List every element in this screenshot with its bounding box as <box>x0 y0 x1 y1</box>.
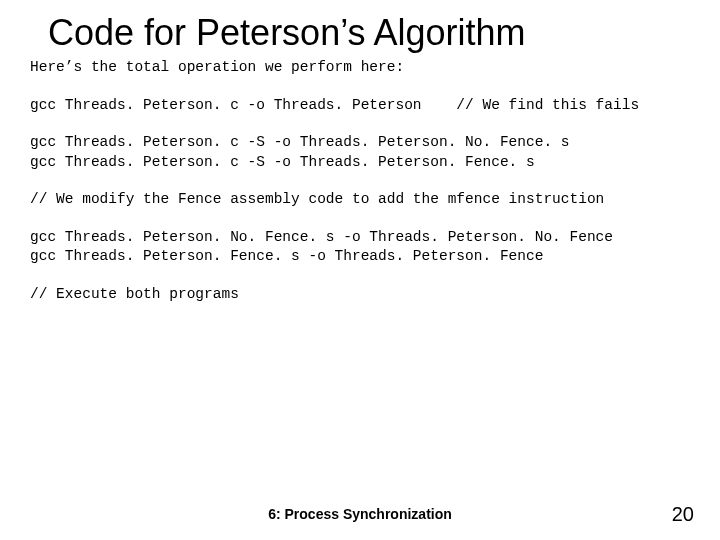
code-line: Here’s the total operation we perform he… <box>30 58 690 78</box>
code-line: gcc Threads. Peterson. c -S -o Threads. … <box>30 153 690 173</box>
blank-line <box>30 210 690 228</box>
code-line: // We modify the Fence assembly code to … <box>30 190 690 210</box>
code-line: gcc Threads. Peterson. Fence. s -o Threa… <box>30 247 690 267</box>
page-number: 20 <box>672 503 694 526</box>
blank-line <box>30 267 690 285</box>
blank-line <box>30 115 690 133</box>
footer-text: 6: Process Synchronization <box>0 506 720 522</box>
slide: Code for Peterson’s Algorithm Here’s the… <box>0 0 720 540</box>
blank-line <box>30 78 690 96</box>
blank-line <box>30 172 690 190</box>
code-line: // Execute both programs <box>30 285 690 305</box>
code-line: gcc Threads. Peterson. c -o Threads. Pet… <box>30 96 690 116</box>
code-line: gcc Threads. Peterson. c -S -o Threads. … <box>30 133 690 153</box>
code-line: gcc Threads. Peterson. No. Fence. s -o T… <box>30 228 690 248</box>
slide-body: Here’s the total operation we perform he… <box>0 58 720 305</box>
slide-title: Code for Peterson’s Algorithm <box>0 0 720 58</box>
